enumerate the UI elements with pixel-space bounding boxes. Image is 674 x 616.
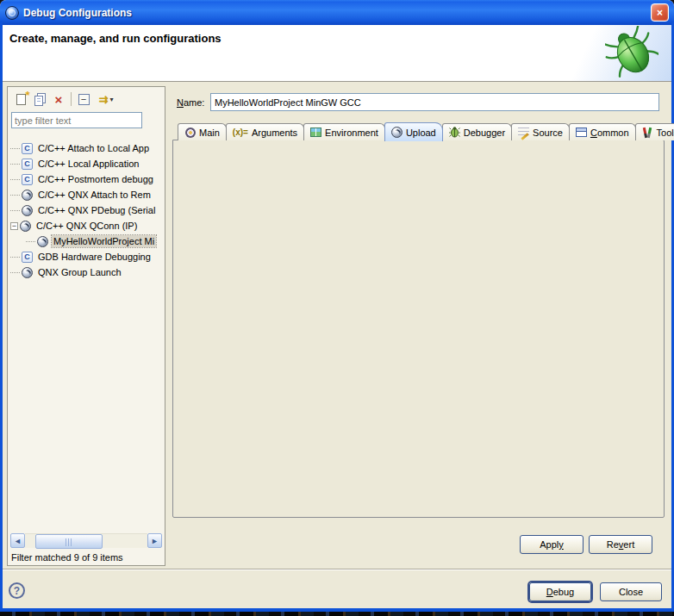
tab-debugger[interactable]: Debugger [442,123,512,140]
tree-item[interactable]: − C/C++ QNX QConn (IP) [10,218,162,233]
banner-heading: Create, manage, and run configurations [9,32,222,45]
tab-source[interactable]: Source [511,123,570,140]
configurations-tree: C C/C++ Attach to Local App C C/C++ Loca… [9,134,164,532]
tab-environment[interactable]: Environment [303,123,385,140]
qnx-icon [22,267,33,278]
tree-item[interactable]: C/C++ QNX PDebug (Serial [10,202,162,218]
close-button[interactable]: Close [600,582,662,601]
scroll-left-icon[interactable]: ◄ [10,533,25,548]
tools-tab-icon [642,127,653,138]
launch-toolbar: * × − ⇉ ▾ [11,90,119,109]
c-app-icon: C [22,159,33,170]
tree-item[interactable]: C GDB Hardware Debugging [10,249,162,264]
qnx-icon [20,221,31,232]
tree-item[interactable]: C C/C++ Postmortem debugg [10,171,162,187]
name-input[interactable] [210,93,659,111]
filter-launch-configurations-icon[interactable]: ⇉ ▾ [93,90,119,108]
upload-tab-content [172,140,665,518]
bug-image [605,26,658,79]
new-configuration-icon[interactable]: * [11,90,30,108]
scroll-right-icon[interactable]: ► [147,533,162,548]
banner: Create, manage, and run configurations [3,25,671,82]
tab-arguments[interactable]: (x)= Arguments [226,123,304,140]
tab-upload[interactable]: Upload [384,122,443,141]
duplicate-icon[interactable] [30,90,49,108]
chevron-down-icon: ▾ [109,96,113,103]
revert-button[interactable]: Revert [589,535,652,554]
debug-configurations-dialog: Debug Configurations × Create, manage, a… [0,0,674,612]
tree-item[interactable]: C/C++ QNX Attach to Rem [10,187,162,202]
window-frame [0,21,3,612]
qnx-icon [37,236,48,247]
tab-common[interactable]: Common [569,123,636,140]
debug-button[interactable]: Debug [529,582,591,601]
close-icon[interactable]: × [651,3,669,22]
source-tab-icon [518,127,529,138]
tab-main[interactable]: Main [178,123,227,140]
collapse-all-icon[interactable]: − [74,90,93,108]
horizontal-scrollbar[interactable]: ◄ ► [10,533,162,548]
c-app-icon: C [22,174,33,185]
delete-icon[interactable]: × [49,90,68,108]
tab-tools[interactable]: Tools [635,123,674,140]
tree-item[interactable]: C C/C++ Local Application [10,156,162,171]
tree-item[interactable]: C C/C++ Attach to Local App [10,140,162,156]
taskbar-strip [0,612,674,616]
main-tab-icon [184,127,196,138]
debugger-tab-icon [449,127,460,138]
apply-button[interactable]: Apply [520,535,584,554]
collapse-expander-icon[interactable]: − [10,222,18,230]
tabbar: Main (x)= Arguments Environment Upload [178,121,674,140]
scrollbar-track[interactable] [25,533,147,548]
screen: Debug Configurations × Create, manage, a… [0,0,674,616]
tree-item-selected[interactable]: MyHelloWorldProject Mi [10,233,162,249]
qnx-icon [22,190,33,201]
filter-status: Filter matched 9 of 9 items [11,552,123,563]
c-app-icon: C [22,143,33,154]
common-tab-icon [576,127,587,138]
tree-item[interactable]: QNX Group Launch [10,264,162,280]
environment-tab-icon [310,127,321,138]
configurations-panel: * × − ⇉ ▾ C C/C++ Attach to Local App C [7,86,165,566]
upload-tab-icon [391,127,403,138]
window-title: Debug Configurations [23,7,132,19]
c-app-icon: C [22,252,33,263]
help-icon[interactable]: ? [9,582,25,599]
titlebar[interactable]: Debug Configurations × [0,0,674,25]
qnx-icon [22,205,33,216]
filter-input[interactable] [11,112,142,128]
name-label: Name: [177,97,204,108]
arguments-tab-icon: (x)= [233,128,248,137]
toolbar-separator [71,92,72,106]
scrollbar-thumb[interactable] [35,534,103,549]
window-icon [5,6,19,20]
